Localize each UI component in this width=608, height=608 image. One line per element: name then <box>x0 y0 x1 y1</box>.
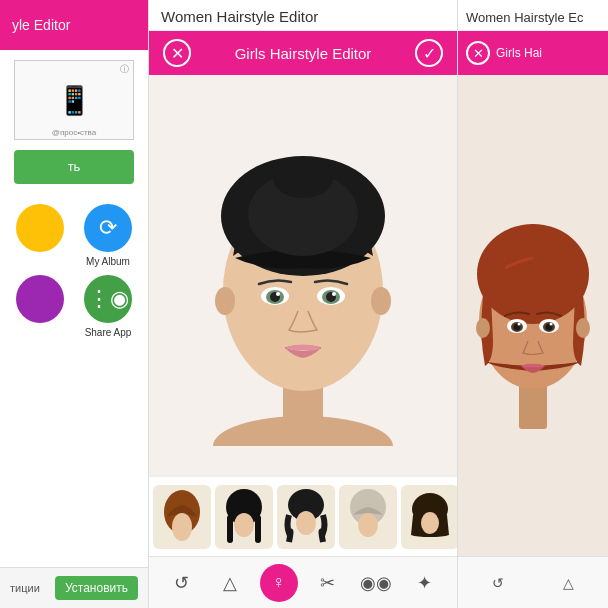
share-app-label: Share App <box>85 327 132 338</box>
svg-point-1 <box>213 416 393 446</box>
right-pink-bar: ✕ Girls Hai <box>458 31 608 75</box>
ad-info: ⓘ <box>120 63 129 76</box>
left-header: yle Editor <box>0 0 148 50</box>
svg-point-30 <box>477 224 589 324</box>
hairstyle-options <box>149 476 457 556</box>
right-face-svg <box>463 186 603 446</box>
right-app-header: Women Hairstyle Ec <box>458 0 608 31</box>
icon-grid: ⟳ My Album ⋮◉ Share App <box>0 204 148 338</box>
effects-button[interactable]: ✦ <box>406 564 444 602</box>
yellow-icon <box>16 204 64 252</box>
left-header-title: yle Editor <box>12 17 70 33</box>
album-icon: ⟳ <box>84 204 132 252</box>
center-app-header: Women Hairstyle Editor <box>149 0 457 31</box>
close-button[interactable]: ✕ <box>163 39 191 67</box>
center-panel: Women Hairstyle Editor ✕ Girls Hairstyle… <box>148 0 458 608</box>
svg-point-23 <box>296 511 316 535</box>
purple-icon <box>16 275 64 323</box>
hair-option-4[interactable] <box>339 485 397 549</box>
right-app-title: Women Hairstyle Ec <box>466 10 584 25</box>
right-pink-title: Girls Hai <box>496 46 542 60</box>
undo-button[interactable]: ↺ <box>162 564 200 602</box>
ad-green-button[interactable]: ть <box>14 150 134 184</box>
svg-point-27 <box>421 512 439 534</box>
svg-point-21 <box>234 513 254 537</box>
pink-bar-title: Girls Hairstyle Editor <box>191 45 415 62</box>
ad-phone-icon: 📱 <box>57 84 92 117</box>
svg-point-25 <box>358 513 378 537</box>
right-panel: Women Hairstyle Ec ✕ Girls Hai <box>458 0 608 608</box>
install-button[interactable]: Установить <box>55 576 138 600</box>
my-album-label: My Album <box>86 256 130 267</box>
svg-point-32 <box>576 318 590 338</box>
yellow-circle-item <box>10 204 70 267</box>
my-album-item[interactable]: ⟳ My Album <box>78 204 138 267</box>
glasses-button[interactable]: ◉◉ <box>357 564 395 602</box>
face-container <box>149 75 457 476</box>
face-svg <box>183 106 423 446</box>
svg-point-7 <box>371 287 391 315</box>
ad-box: ⓘ 📱 @прос•ства <box>14 60 134 140</box>
hair-option-1[interactable] <box>153 485 211 549</box>
share-icon: ⋮◉ <box>84 275 132 323</box>
hair-option-2[interactable] <box>215 485 273 549</box>
svg-point-31 <box>476 318 490 338</box>
purple-item <box>10 275 70 338</box>
svg-point-17 <box>172 513 192 541</box>
right-close-button[interactable]: ✕ <box>466 41 490 65</box>
install-bar: тиции Установить <box>0 567 148 608</box>
ad-text: @прос•ства <box>15 128 133 137</box>
svg-point-39 <box>518 322 521 325</box>
check-button[interactable]: ✓ <box>415 39 443 67</box>
right-undo-button[interactable]: ↺ <box>483 568 513 598</box>
svg-point-40 <box>550 322 553 325</box>
adjust-button[interactable]: △ <box>211 564 249 602</box>
svg-point-6 <box>215 287 235 315</box>
svg-point-15 <box>332 292 336 296</box>
install-text: тиции <box>10 582 40 594</box>
cut-button[interactable]: ✂ <box>308 564 346 602</box>
svg-point-14 <box>276 292 280 296</box>
right-adjust-button[interactable]: △ <box>554 568 584 598</box>
svg-point-5 <box>273 158 333 198</box>
hair-option-3[interactable] <box>277 485 335 549</box>
right-tool-bar: ↺ △ <box>458 556 608 608</box>
left-panel: yle Editor ⓘ 📱 @прос•ства ть ⟳ My Album … <box>0 0 148 608</box>
center-pink-bar: ✕ Girls Hairstyle Editor ✓ <box>149 31 457 75</box>
svg-rect-19 <box>227 515 233 543</box>
hair-color-button[interactable]: ♀ <box>260 564 298 602</box>
share-app-item[interactable]: ⋮◉ Share App <box>78 275 138 338</box>
svg-rect-20 <box>255 515 261 543</box>
center-tool-bar: ↺ △ ♀ ✂ ◉◉ ✦ <box>149 556 457 608</box>
model-area <box>149 75 457 476</box>
right-model-area <box>458 75 608 556</box>
center-app-title: Women Hairstyle Editor <box>161 8 318 25</box>
hair-option-5[interactable] <box>401 485 457 549</box>
